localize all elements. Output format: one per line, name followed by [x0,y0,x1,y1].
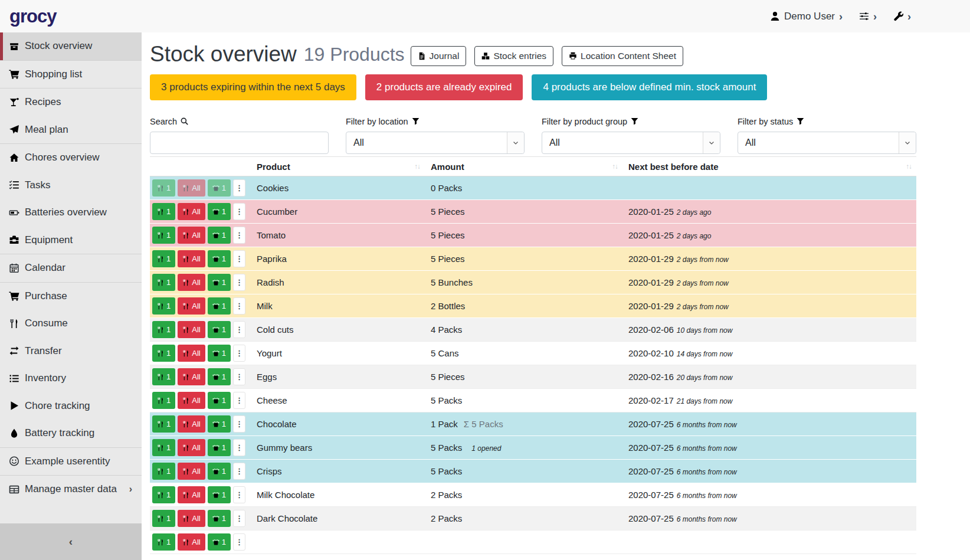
open-one-button[interactable]: 1 [208,463,231,480]
row-menu-button[interactable]: ⋮ [233,250,245,267]
open-one-button[interactable]: 1 [208,415,231,433]
row-menu-button[interactable]: ⋮ [233,392,245,409]
settings-menu[interactable]: › [859,11,877,22]
open-one-button[interactable]: 1 [208,533,231,551]
row-menu-button[interactable]: ⋮ [233,463,245,480]
consume-one-button[interactable]: 1 [152,533,175,551]
open-one-button[interactable]: 1 [208,486,231,503]
row-menu-button[interactable]: ⋮ [233,533,245,551]
consume-one-button[interactable]: 1 [152,392,175,409]
column-header-amount[interactable]: Amount↑↓ [425,157,622,176]
consume-all-button[interactable]: All [178,368,205,385]
row-menu-button[interactable]: ⋮ [233,321,245,338]
consume-one-button[interactable]: 1 [152,486,175,503]
sidebar-item-batteries-overview[interactable]: Batteries overview [0,199,142,227]
consume-all-button[interactable]: All [178,392,205,409]
consume-all-button[interactable]: All [178,345,205,362]
sidebar-item-tasks[interactable]: Tasks [0,172,142,199]
consume-all-button[interactable]: All [178,274,205,291]
consume-one-button[interactable]: 1 [152,368,175,385]
sidebar-collapse-button[interactable]: ‹ [0,523,142,560]
sidebar-item-consume[interactable]: Consume [0,310,142,338]
open-one-button[interactable]: 1 [208,179,231,197]
open-one-button[interactable]: 1 [208,392,231,409]
search-input[interactable] [150,132,329,154]
status-filter-select[interactable]: All [738,132,916,154]
row-menu-button[interactable]: ⋮ [233,368,245,385]
consume-one-button[interactable]: 1 [152,297,175,315]
consume-one-button[interactable]: 1 [152,227,175,244]
consume-one-button[interactable]: 1 [152,439,175,456]
open-one-button[interactable]: 1 [208,345,231,362]
sidebar-item-shopping-list[interactable]: Shopping list [0,61,142,89]
row-menu-button[interactable]: ⋮ [233,179,245,197]
sidebar-item-chores-overview[interactable]: Chores overview [0,144,142,172]
row-menu-button[interactable]: ⋮ [233,439,245,456]
consume-all-button[interactable]: All [178,203,205,220]
consume-all-button[interactable]: All [178,297,205,315]
column-header-next-best-before-date[interactable]: Next best before date↑↓ [622,157,916,176]
consume-all-button[interactable]: All [178,463,205,480]
open-one-button[interactable]: 1 [208,297,231,315]
consume-one-button[interactable]: 1 [152,274,175,291]
consume-one-button[interactable]: 1 [152,250,175,267]
consume-all-button[interactable]: All [178,227,205,244]
journal-button[interactable]: Journal [411,46,467,66]
consume-all-button[interactable]: All [178,179,205,197]
open-one-button[interactable]: 1 [208,510,231,527]
sidebar-item-battery-tracking[interactable]: Battery tracking [0,420,142,447]
row-menu-button[interactable]: ⋮ [233,415,245,433]
open-one-button[interactable]: 1 [208,227,231,244]
warning-alert[interactable]: 3 products expiring within the next 5 da… [150,74,356,100]
row-menu-button[interactable]: ⋮ [233,227,245,244]
open-one-button[interactable]: 1 [208,368,231,385]
sidebar-item-example-userentity[interactable]: Example userentity [0,448,142,476]
app-logo[interactable]: grocy [9,6,56,27]
sidebar-item-manage-master-data[interactable]: Manage master data › [0,476,142,503]
user-menu[interactable]: Demo User › [770,11,843,22]
column-header-product[interactable]: Product↑↓ [251,157,425,176]
row-menu-button[interactable]: ⋮ [233,297,245,315]
consume-all-button[interactable]: All [178,439,205,456]
open-one-button[interactable]: 1 [208,321,231,338]
consume-one-button[interactable]: 1 [152,345,175,362]
consume-one-button[interactable]: 1 [152,203,175,220]
row-menu-button[interactable]: ⋮ [233,274,245,291]
row-menu-button[interactable]: ⋮ [233,486,245,503]
sidebar-item-inventory[interactable]: Inventory [0,365,142,392]
consume-all-button[interactable]: All [178,321,205,338]
consume-all-button[interactable]: All [178,510,205,527]
consume-one-button[interactable]: 1 [152,321,175,338]
sidebar-item-stock-overview[interactable]: Stock overview [0,32,142,60]
row-menu-button[interactable]: ⋮ [233,345,245,362]
consume-one-button[interactable]: 1 [152,463,175,480]
row-menu-button[interactable]: ⋮ [233,510,245,527]
column-header-actions [150,157,251,176]
open-one-button[interactable]: 1 [208,274,231,291]
sidebar-item-chore-tracking[interactable]: Chore tracking [0,392,142,420]
sidebar-item-recipes[interactable]: Recipes [0,89,142,116]
sidebar-item-meal-plan[interactable]: Meal plan [0,116,142,144]
row-menu-button[interactable]: ⋮ [233,203,245,220]
consume-all-button[interactable]: All [178,486,205,503]
sidebar-item-transfer[interactable]: Transfer [0,338,142,365]
danger-alert[interactable]: 2 products are already expired [365,74,523,100]
sidebar-item-calendar[interactable]: Calendar [0,254,142,282]
stock-entries-button[interactable]: Stock entries [474,46,553,66]
sidebar-item-equipment[interactable]: Equipment [0,227,142,254]
sidebar-item-purchase[interactable]: Purchase [0,283,142,310]
admin-menu[interactable]: › [893,11,911,22]
open-one-button[interactable]: 1 [208,439,231,456]
consume-one-button[interactable]: 1 [152,179,175,197]
consume-all-button[interactable]: All [178,533,205,551]
open-one-button[interactable]: 1 [208,203,231,220]
open-one-button[interactable]: 1 [208,250,231,267]
location-content-sheet-button[interactable]: Location Content Sheet [562,46,683,66]
consume-all-button[interactable]: All [178,415,205,433]
location-filter-select[interactable]: All [346,132,525,154]
product-group-filter-select[interactable]: All [542,132,720,154]
consume-one-button[interactable]: 1 [152,510,175,527]
info-alert[interactable]: 4 products are below defined min. stock … [532,74,767,100]
consume-one-button[interactable]: 1 [152,415,175,433]
consume-all-button[interactable]: All [178,250,205,267]
